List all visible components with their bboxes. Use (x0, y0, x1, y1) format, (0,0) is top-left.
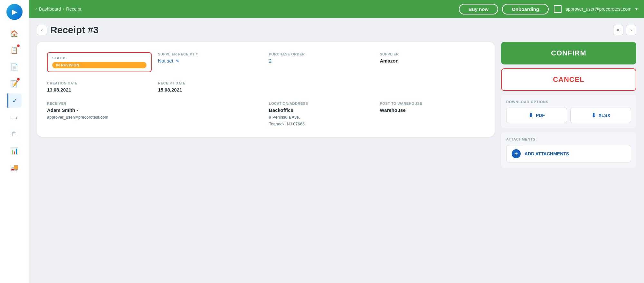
supplier-value: Amazon (380, 58, 485, 63)
receipt-date-label: RECEIPT DATE (158, 81, 263, 85)
action-panel: CONFIRM CANCEL DOWNLOAD OPTIONS ⬇ PDF ⬇ … (501, 42, 636, 168)
supplier-receipt-label: SUPPLIER RECEIPT # (158, 52, 263, 56)
receiver-field: RECEIVER Adam Smith - approver_user@prec… (47, 102, 152, 126)
attachments-section: ATTACHMENTS: + ADD ATTACHMENTS (501, 132, 636, 168)
download-section: DOWNLOAD OPTIONS ⬇ PDF ⬇ XLSX (501, 95, 636, 128)
attachments-label: ATTACHMENTS: (506, 137, 631, 141)
status-badge: IN REVISION (52, 62, 147, 68)
purchase-order-label: PURCHASE ORDER (269, 52, 374, 56)
sidebar-item-home[interactable]: 🏠 (7, 26, 22, 41)
page-header: ‹ Receipt #3 ✕ › (37, 24, 636, 35)
cancel-button[interactable]: CANCEL (501, 68, 636, 91)
location-field: LOCATION/ADDRESS Backoffice 9 Peninsula … (269, 102, 374, 126)
xlsx-download-button[interactable]: ⬇ XLSX (570, 108, 631, 123)
buy-now-button[interactable]: Buy now (459, 4, 498, 15)
content-grid: STATUS IN REVISION SUPPLIER RECEIPT # No… (37, 42, 636, 168)
forward-arrow-icon: › (630, 27, 632, 33)
close-icon: ✕ (616, 27, 620, 33)
xlsx-download-icon: ⬇ (591, 112, 596, 119)
add-attachments-label: ADD ATTACHMENTS (525, 151, 569, 156)
sidebar-item-orders[interactable]: 📝 (7, 77, 22, 91)
post-warehouse-value: Warehouse (380, 107, 485, 113)
sidebar-item-receipts[interactable]: 📄 (7, 60, 22, 74)
sidebar-item-inventory[interactable]: ▭ (7, 110, 22, 124)
confirm-button[interactable]: CONFIRM (501, 42, 636, 64)
top-nav-right: approver_user@precorotest.com ▾ (554, 5, 638, 13)
sidebar-item-analytics[interactable]: 📊 (7, 144, 22, 158)
page-title: Receipt #3 (50, 24, 99, 35)
download-buttons: ⬇ PDF ⬇ XLSX (506, 108, 631, 123)
breadcrumb-back-arrow: ‹ (35, 6, 37, 12)
pdf-download-button[interactable]: ⬇ PDF (506, 108, 567, 123)
back-nav-button[interactable]: ‹ (37, 25, 47, 35)
location-label: LOCATION/ADDRESS (269, 102, 374, 105)
receipt-card: STATUS IN REVISION SUPPLIER RECEIPT # No… (37, 42, 495, 137)
top-nav: ‹ Dashboard ‹ Receipt Buy now Onboarding… (29, 0, 644, 18)
xlsx-label: XLSX (599, 113, 611, 118)
location-name: Backoffice (269, 107, 374, 113)
edit-icon[interactable]: ✎ (176, 59, 179, 63)
pdf-download-icon: ⬇ (528, 112, 533, 119)
logo-area[interactable]: ▶ (6, 3, 23, 21)
location-address: 9 Peninsula Ave. (269, 115, 374, 120)
user-email: approver_user@precorotest.com (565, 6, 631, 12)
creation-date-label: CREATION DATE (47, 81, 152, 85)
receipt-date-field: RECEIPT DATE 15.08.2021 (158, 81, 263, 93)
breadcrumb: ‹ Dashboard ‹ Receipt (35, 6, 454, 12)
sidebar: ▶ 🏠 📋 📄 📝 ✓ ▭ 🗒 📊 🚚 (0, 0, 29, 283)
status-field-group: STATUS IN REVISION (47, 52, 152, 72)
receipt-date-value: 15.08.2021 (158, 87, 263, 93)
supplier-receipt-field: SUPPLIER RECEIPT # Not set ✎ (158, 52, 263, 72)
download-options-label: DOWNLOAD OPTIONS (506, 100, 631, 104)
sidebar-item-notes[interactable]: 🗒 (7, 127, 22, 141)
supplier-label: SUPPLIER (380, 52, 485, 56)
close-button[interactable]: ✕ (613, 25, 623, 35)
sidebar-item-approvals[interactable]: ✓ (7, 93, 22, 108)
purchase-order-value[interactable]: 2 (269, 58, 374, 63)
breadcrumb-receipt[interactable]: Receipt (66, 6, 81, 12)
plus-circle-icon: + (512, 149, 521, 158)
receiver-name: Adam Smith - (47, 107, 152, 113)
location-city: Teaneck, NJ 07666 (269, 122, 374, 126)
post-warehouse-field: POST TO WAREHOUSE Warehouse (380, 102, 485, 126)
badge-orders (17, 78, 20, 81)
user-dropdown-arrow[interactable]: ▾ (635, 6, 638, 12)
breadcrumb-dashboard[interactable]: Dashboard (39, 6, 61, 12)
receiver-email: approver_user@precorotest.com (47, 115, 152, 120)
forward-nav-button[interactable]: › (626, 25, 636, 35)
post-warehouse-label: POST TO WAREHOUSE (380, 102, 485, 105)
page-content: ‹ Receipt #3 ✕ › STATUS (29, 18, 644, 283)
receiver-label: RECEIVER (47, 102, 152, 105)
top-nav-center: Buy now Onboarding (459, 4, 549, 15)
sidebar-item-documents[interactable]: 📋 (7, 43, 22, 57)
notifications-icon[interactable] (554, 5, 562, 13)
pdf-label: PDF (536, 113, 545, 118)
logo-icon: ▶ (6, 4, 23, 20)
header-nav-buttons: ✕ › (613, 25, 636, 35)
back-arrow-icon: ‹ (41, 27, 43, 33)
main-area: ‹ Dashboard ‹ Receipt Buy now Onboarding… (29, 0, 644, 283)
supplier-receipt-value[interactable]: Not set ✎ (158, 58, 263, 63)
breadcrumb-sep: ‹ (63, 7, 64, 11)
sidebar-item-shipping[interactable]: 🚚 (7, 161, 22, 175)
page-title-area: ‹ Receipt #3 (37, 24, 99, 35)
receipt-fields: STATUS IN REVISION SUPPLIER RECEIPT # No… (47, 52, 484, 126)
supplier-field: SUPPLIER Amazon (380, 52, 485, 72)
status-label: STATUS (52, 56, 147, 60)
creation-date-value: 13.08.2021 (47, 87, 152, 93)
add-attachments-button[interactable]: + ADD ATTACHMENTS (506, 145, 631, 162)
purchase-order-field: PURCHASE ORDER 2 (269, 52, 374, 72)
onboarding-button[interactable]: Onboarding (502, 4, 549, 15)
creation-date-field: CREATION DATE 13.08.2021 (47, 81, 152, 93)
badge-documents (17, 44, 20, 47)
